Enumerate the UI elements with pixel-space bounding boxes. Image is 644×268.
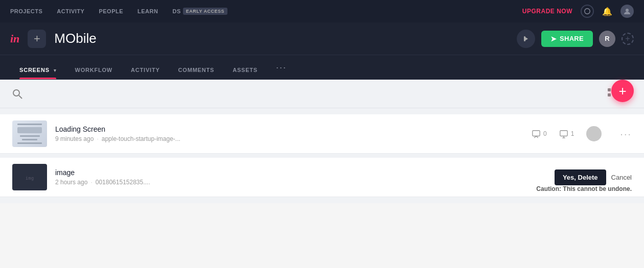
comment-count[interactable]: 0 — [532, 129, 547, 138]
screen-filename-2: 00180615152835.... — [96, 179, 150, 186]
tab-workflow[interactable]: WORKFLOW — [65, 67, 122, 79]
screen-info: Loading Screen 9 minutes ago · apple-tou… — [55, 125, 532, 142]
svg-rect-13 — [533, 131, 540, 136]
screen-filename: apple-touch-startup-image-... — [102, 135, 180, 142]
caution-label: Caution: — [536, 185, 561, 192]
share-arrow-icon: ➤ — [550, 35, 557, 43]
collaborator-avatar[interactable]: R — [599, 31, 615, 47]
yes-delete-button[interactable]: Yes, Delete — [555, 169, 606, 185]
nav-activity[interactable]: ACTIVITY — [57, 8, 84, 14]
search-icon — [12, 89, 22, 99]
bell-icon[interactable]: 🔔 — [602, 7, 612, 16]
thumb-preview — [12, 120, 47, 147]
screens-chevron-icon: ▾ — [54, 68, 57, 73]
svg-text:img: img — [26, 176, 34, 181]
delete-confirm-panel: Yes, Delete Cancel — [555, 169, 632, 185]
thumb-line-4 — [17, 142, 42, 144]
top-nav-right: UPGRADE NOW 🔔 — [522, 5, 634, 18]
svg-rect-8 — [608, 93, 611, 96]
svg-marker-2 — [524, 36, 528, 41]
project-bar-right: ➤ SHARE R + — [517, 30, 634, 48]
image-thumb-icon: img — [19, 169, 40, 185]
user-avatar-top[interactable] — [620, 5, 634, 18]
screen-count[interactable]: 1 — [559, 129, 574, 138]
screen-meta-2: 2 hours ago · 00180615152835.... — [55, 179, 555, 186]
screen-list: Loading Screen 9 minutes ago · apple-tou… — [0, 108, 644, 203]
top-nav-left: PROJECTS ACTIVITY PEOPLE LEARN DS EARLY … — [10, 8, 227, 15]
screen-time: 9 minutes ago — [55, 135, 94, 142]
caution-message: Caution: This cannot be undone. — [536, 185, 632, 192]
thumb-line-2 — [20, 135, 40, 137]
play-icon — [522, 35, 530, 42]
invision-logo[interactable]: in — [10, 32, 19, 45]
search-button[interactable] — [12, 89, 22, 99]
top-nav: PROJECTS ACTIVITY PEOPLE LEARN DS EARLY … — [0, 0, 644, 22]
thumb-rect — [17, 127, 42, 133]
share-button[interactable]: ➤ SHARE — [541, 31, 593, 47]
screen-row-2: img image 2 hours ago · 00180615152835..… — [0, 158, 644, 197]
comment-number: 0 — [543, 130, 547, 137]
screen-row: Loading Screen 9 minutes ago · apple-tou… — [0, 114, 644, 154]
screen-name[interactable]: Loading Screen — [55, 125, 532, 133]
main-content: Loading Screen 9 minutes ago · apple-tou… — [0, 80, 644, 203]
svg-rect-6 — [608, 88, 611, 91]
cancel-delete-button[interactable]: Cancel — [611, 174, 632, 181]
early-access-badge: EARLY ACCESS — [183, 8, 227, 15]
nav-projects[interactable]: PROJECTS — [10, 8, 42, 14]
screen-thumbnail — [12, 120, 47, 147]
play-button[interactable] — [517, 30, 535, 48]
screen-thumbnail-2: img — [12, 164, 47, 190]
separator-dot-2: · — [90, 179, 92, 186]
add-project-button[interactable]: + — [28, 30, 46, 48]
add-collaborator-button[interactable]: + — [622, 33, 634, 45]
thumb-line-3 — [22, 139, 37, 140]
thumb-line-1 — [17, 124, 42, 125]
svg-point-1 — [626, 9, 629, 12]
tab-more-button[interactable]: ··· — [267, 62, 287, 79]
tab-screens[interactable]: SCREENS ▾ — [10, 67, 65, 79]
svg-line-5 — [19, 95, 22, 99]
project-bar: in + MObile ➤ SHARE R + — [0, 22, 644, 55]
svg-point-0 — [585, 9, 590, 14]
tab-comments[interactable]: COMMENTS — [169, 67, 224, 79]
svg-rect-14 — [560, 131, 567, 136]
screen-actions: 0 1 ··· — [532, 126, 632, 141]
nav-ds: DS EARLY ACCESS — [172, 8, 227, 15]
monitor-icon — [559, 129, 568, 138]
project-bar-left: in + MObile — [10, 30, 97, 48]
screen-name-2[interactable]: image — [55, 168, 555, 177]
tab-assets[interactable]: ASSETS — [223, 67, 267, 79]
upgrade-now-button[interactable]: UPGRADE NOW — [522, 8, 572, 15]
content-toolbar — [0, 80, 644, 108]
tab-activity[interactable]: ACTIVITY — [122, 67, 169, 79]
tab-bar: SCREENS ▾ WORKFLOW ACTIVITY COMMENTS ASS… — [0, 55, 644, 80]
screen-number: 1 — [571, 130, 574, 137]
nav-people[interactable]: PEOPLE — [99, 8, 123, 14]
nav-learn[interactable]: LEARN — [137, 8, 158, 14]
circle-icon — [584, 8, 591, 15]
separator-dot: · — [97, 135, 98, 142]
tab-bar-left: SCREENS ▾ WORKFLOW ACTIVITY COMMENTS ASS… — [10, 62, 287, 79]
screen-time-2: 2 hours ago — [55, 179, 87, 186]
caution-detail: This cannot be undone. — [563, 185, 632, 192]
more-options-button[interactable]: ··· — [620, 128, 632, 140]
project-title: MObile — [54, 31, 96, 46]
user-icon — [624, 8, 631, 15]
screen-assignee-avatar[interactable] — [586, 126, 602, 141]
fab-add-button[interactable]: + — [611, 80, 634, 102]
nav-circle-icon[interactable] — [581, 5, 594, 18]
screen-meta: 9 minutes ago · apple-touch-startup-imag… — [55, 135, 532, 142]
chat-icon — [532, 129, 541, 138]
svg-point-4 — [13, 90, 19, 96]
screen-info-2: image 2 hours ago · 00180615152835.... — [55, 168, 555, 186]
